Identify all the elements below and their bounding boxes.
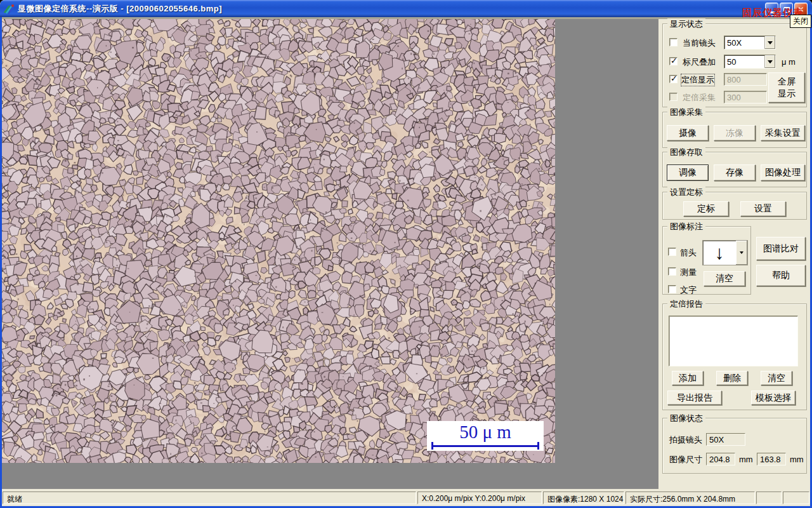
current-lens-dropdown-button[interactable] — [764, 36, 775, 49]
image-width-unit: mm — [739, 455, 753, 464]
window-title: 显微图像定倍系统--演示版 - [20090602055646.bmp] — [18, 3, 222, 15]
fixed-display-field: 800 — [724, 73, 767, 86]
image-size-label: 图像尺寸 — [669, 454, 702, 465]
arrow-checkbox[interactable] — [668, 248, 676, 256]
group-annotation-title: 图像标注 — [667, 221, 705, 232]
chevron-down-icon — [740, 251, 743, 254]
report-delete-button[interactable]: 删除 — [716, 371, 748, 385]
shoot-button[interactable]: 摄像 — [667, 125, 709, 141]
status-pixel-scale: X:0.200μ m/pix Y:0.200μ m/pix — [417, 491, 542, 504]
image-viewport: 50 μ m — [2, 19, 658, 489]
close-tooltip: 关闭 — [790, 15, 811, 28]
shoot-lens-field[interactable]: 50X — [706, 433, 745, 446]
current-lens-label: 当前镜头 — [683, 37, 716, 49]
annotation-clear-button[interactable]: 清空 — [704, 271, 745, 286]
text-label: 文字 — [680, 284, 697, 296]
group-image-storage: 图像存取 调像 存像 图像处理 — [662, 152, 807, 187]
group-annotation: 图像标注 箭头 ↓ 测量 清空 文字 — [662, 226, 751, 295]
freeze-button: 冻像 — [714, 125, 756, 141]
ruler-value-select[interactable]: 50 — [724, 55, 776, 69]
arrow-style-dropdown-button[interactable] — [736, 241, 747, 265]
scale-bar-label: 50 μ m — [427, 422, 544, 443]
shoot-lens-label: 拍摄镜头 — [669, 434, 702, 446]
scale-bar-tick-left — [431, 442, 433, 450]
measure-checkbox[interactable] — [668, 267, 676, 276]
status-actual-size: 实际尺寸:256.0mm X 204.8mm — [625, 491, 755, 504]
status-bar: 就绪 X:0.200μ m/pix Y:0.200μ m/pix 图像像素:12… — [2, 489, 810, 506]
microscope-image[interactable] — [2, 19, 555, 463]
load-image-button[interactable]: 调像 — [667, 164, 709, 181]
status-spare-1 — [756, 491, 782, 504]
current-lens-value: 50X — [724, 36, 764, 49]
ruler-dropdown-button[interactable] — [764, 55, 775, 68]
save-image-button[interactable]: 存像 — [714, 164, 756, 181]
fixed-display-label: 定倍显示 — [681, 74, 714, 86]
app-window: 显微图像定倍系统--演示版 - [20090602055646.bmp] ✕ 固… — [0, 0, 812, 508]
group-calibration: 设置定标 定标 设置 — [662, 192, 807, 220]
report-template-button[interactable]: 模板选择 — [751, 391, 796, 405]
report-export-button[interactable]: 导出报告 — [667, 391, 722, 405]
group-image-capture-title: 图像采集 — [667, 107, 705, 118]
app-icon[interactable] — [3, 3, 15, 15]
group-image-status: 图像状态 拍摄镜头 50X 图像尺寸 204.8 mm 163.8 mm — [662, 418, 807, 474]
image-height-field[interactable]: 163.8 — [757, 453, 786, 465]
image-width-field[interactable]: 204.8 — [706, 453, 735, 465]
calibration-settings-button[interactable]: 设置 — [740, 201, 786, 217]
scale-bar-line — [431, 445, 539, 447]
scale-bar-overlay: 50 μ m — [427, 421, 544, 451]
report-listbox[interactable] — [669, 316, 798, 366]
fullscreen-button[interactable]: 全屏 显示 — [768, 72, 805, 103]
scale-bar-tick-right — [537, 442, 539, 450]
group-image-status-title: 图像状态 — [667, 413, 705, 424]
fixed-capture-label: 定倍采集 — [683, 92, 716, 104]
arrow-down-glyph-icon: ↓ — [703, 241, 736, 265]
fixed-display-checkbox[interactable] — [669, 75, 678, 83]
status-image-pixels: 图像像素:1280 X 1024 — [543, 491, 624, 504]
ruler-overlay-label: 标尺叠加 — [683, 57, 716, 68]
group-report: 定倍报告 添加 删除 清空 导出报告 模板选择 — [662, 304, 807, 410]
calibrate-button[interactable]: 定标 — [683, 201, 729, 217]
group-display-status-title: 显示状态 — [667, 18, 705, 30]
status-ready: 就绪 — [3, 491, 416, 504]
group-image-storage-title: 图像存取 — [667, 147, 705, 158]
help-button[interactable]: 帮助 — [756, 265, 806, 286]
ruler-overlay-checkbox[interactable] — [669, 57, 678, 65]
current-lens-checkbox[interactable] — [669, 38, 678, 46]
group-image-capture: 图像采集 摄像 冻像 采集设置 — [662, 112, 807, 148]
capture-settings-button[interactable]: 采集设置 — [761, 125, 805, 141]
arrow-style-select[interactable]: ↓ — [702, 240, 748, 265]
atlas-compare-button[interactable]: 图谱比对 — [756, 237, 806, 260]
group-report-title: 定倍报告 — [667, 298, 705, 310]
title-bar: 显微图像定倍系统--演示版 - [20090602055646.bmp] ✕ — [0, 0, 812, 17]
control-panel: 显示状态 当前镜头 50X 标尺叠加 50 μ m 定倍显示 800 定倍采集 … — [658, 19, 810, 489]
fixed-capture-field: 300 — [724, 91, 767, 104]
group-calibration-title: 设置定标 — [667, 187, 705, 198]
ruler-value: 50 — [724, 55, 764, 68]
image-height-unit: mm — [790, 455, 804, 464]
current-lens-select[interactable]: 50X — [724, 36, 776, 50]
report-add-button[interactable]: 添加 — [672, 371, 704, 385]
status-spare-2 — [783, 491, 809, 504]
report-clear-button[interactable]: 清空 — [761, 371, 792, 385]
arrow-label: 箭头 — [680, 247, 697, 258]
text-checkbox[interactable] — [668, 285, 676, 293]
fixed-capture-checkbox — [669, 93, 678, 101]
chevron-down-icon — [768, 41, 773, 44]
image-process-button[interactable]: 图像处理 — [761, 164, 805, 181]
chevron-down-icon — [768, 60, 773, 64]
group-display-status: 显示状态 当前镜头 50X 标尺叠加 50 μ m 定倍显示 800 定倍采集 … — [662, 23, 807, 107]
ruler-unit-label: μ m — [782, 57, 796, 67]
measure-label: 测量 — [680, 267, 697, 278]
